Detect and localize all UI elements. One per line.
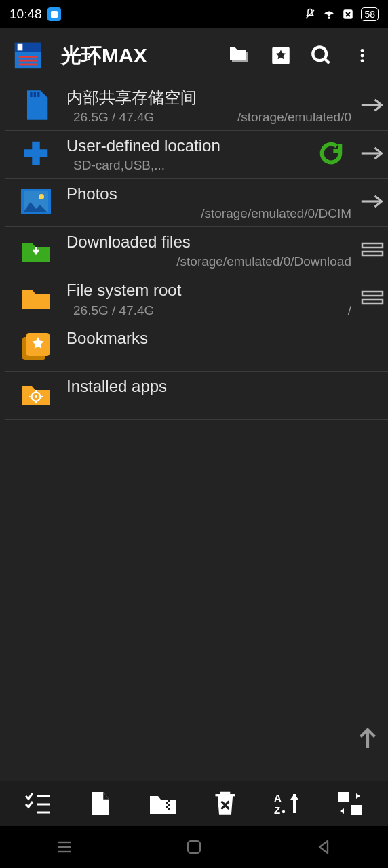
svg-point-25	[39, 194, 44, 199]
menu-dots-icon[interactable]	[349, 42, 376, 69]
list-item-user-defined[interactable]: User-defined location SD-card,USB,...	[5, 131, 388, 179]
bottom-toolbar: A Z	[0, 781, 388, 826]
archive-folder-icon[interactable]	[147, 788, 178, 819]
svg-rect-17	[34, 92, 36, 98]
svg-text:A: A	[274, 792, 282, 804]
status-left: 10:48	[9, 7, 61, 22]
row-sub-left: 26.5G / 47.4G	[66, 108, 154, 126]
row-title: Installed apps	[66, 376, 351, 397]
row-title: User-defined location	[66, 135, 300, 157]
svg-rect-29	[362, 292, 383, 296]
svg-rect-54	[351, 805, 362, 815]
refresh-icon[interactable]	[317, 140, 345, 170]
app-logo-icon[interactable]	[12, 40, 43, 71]
nav-home-button[interactable]	[153, 833, 235, 861]
arrow-right-icon[interactable]	[360, 144, 385, 165]
search-icon[interactable]	[308, 42, 335, 69]
nav-back-button[interactable]	[283, 833, 364, 861]
svg-rect-9	[18, 44, 23, 51]
list-item-downloads[interactable]: Downloaded files /storage/emulated/0/Dow…	[5, 227, 388, 275]
sort-az-icon[interactable]: A Z	[272, 788, 303, 819]
svg-rect-7	[19, 60, 37, 62]
svg-text:Z: Z	[274, 804, 280, 816]
row-title: File system root	[66, 279, 351, 301]
svg-rect-43	[168, 800, 170, 802]
row-sub-right: /storage/emulated/0/DCIM	[201, 205, 351, 222]
status-bar: 10:48 58	[0, 0, 388, 28]
wifi-icon	[323, 8, 335, 20]
svg-rect-45	[168, 804, 170, 806]
folder-icon	[20, 283, 52, 315]
list-item-internal-storage[interactable]: 内部共享存储空间 26.5G / 47.4G /storage/emulated…	[5, 83, 388, 131]
trash-icon[interactable]	[210, 788, 241, 819]
svg-rect-53	[338, 792, 349, 802]
sd-card-icon	[21, 87, 51, 125]
row-sub-right: /storage/emulated/0/Download	[176, 253, 351, 271]
svg-rect-0	[51, 11, 58, 18]
list-item-photos[interactable]: Photos /storage/emulated/0/DCIM	[5, 179, 388, 227]
svg-rect-30	[362, 300, 383, 304]
svg-point-11	[313, 47, 326, 60]
svg-point-51	[282, 810, 285, 813]
nav-recent-button[interactable]	[24, 833, 105, 861]
row-title: Downloaded files	[66, 231, 351, 253]
battery-level: 58	[364, 9, 375, 20]
list-item-fs-root[interactable]: File system root 26.5G / 47.4G /	[5, 275, 388, 323]
plus-icon	[20, 138, 52, 172]
panel-rows-icon[interactable]	[361, 242, 384, 260]
svg-rect-21	[24, 149, 48, 157]
scroll-top-button[interactable]	[351, 722, 384, 754]
svg-line-12	[324, 58, 329, 63]
photos-icon	[20, 187, 52, 218]
row-title: Bookmarks	[66, 328, 351, 349]
svg-rect-18	[37, 92, 39, 98]
svg-point-2	[328, 17, 330, 19]
status-time: 10:48	[9, 7, 42, 22]
new-file-icon[interactable]	[85, 788, 116, 819]
select-multi-icon[interactable]	[22, 788, 54, 819]
svg-rect-58	[188, 841, 200, 853]
svg-rect-27	[362, 243, 383, 248]
row-title: Photos	[66, 183, 351, 205]
apps-gear-icon	[20, 380, 52, 411]
svg-rect-6	[19, 56, 37, 58]
bookmark-folder-icon[interactable]	[267, 42, 294, 69]
svg-rect-44	[166, 802, 168, 804]
arrow-right-icon[interactable]	[360, 96, 385, 117]
svg-rect-28	[362, 252, 383, 256]
svg-rect-46	[166, 806, 168, 808]
row-sub-right: /storage/emulated/0	[237, 108, 351, 126]
row-sub-left: 26.5G / 47.4G	[66, 302, 154, 319]
mute-icon	[304, 8, 316, 20]
status-right: 58	[304, 7, 379, 21]
storage-list: 内部共享存储空间 26.5G / 47.4G /storage/emulated…	[0, 83, 388, 420]
svg-rect-8	[19, 64, 37, 66]
data-off-icon	[342, 8, 354, 20]
row-sub-left: SD-card,USB,...	[66, 157, 165, 174]
svg-point-15	[361, 59, 364, 62]
svg-point-14	[361, 54, 364, 58]
arrow-right-icon[interactable]	[360, 192, 385, 214]
row-sub-right: /	[348, 302, 351, 319]
swap-panels-icon[interactable]	[334, 788, 366, 819]
android-nav-bar	[0, 826, 388, 868]
app-indicator-icon	[47, 7, 61, 21]
list-item-bookmarks[interactable]: Bookmarks	[5, 323, 388, 372]
svg-rect-47	[168, 808, 170, 810]
app-title: 光环MAX	[57, 42, 213, 70]
row-title: 内部共享存储空间	[66, 87, 351, 108]
battery-icon: 58	[361, 7, 379, 21]
bookmarks-icon	[20, 330, 52, 364]
folder-stack-icon[interactable]	[227, 42, 254, 69]
download-folder-icon	[20, 235, 52, 267]
svg-rect-16	[30, 92, 32, 98]
top-toolbar: 光环MAX	[0, 28, 388, 83]
svg-point-34	[35, 395, 37, 398]
svg-point-13	[361, 49, 364, 52]
list-item-installed-apps[interactable]: Installed apps	[5, 372, 388, 420]
panel-rows-icon[interactable]	[361, 290, 384, 308]
